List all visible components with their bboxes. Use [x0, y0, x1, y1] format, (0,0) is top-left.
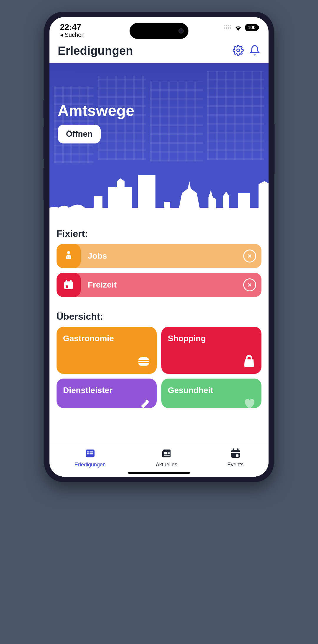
svg-rect-20: [231, 452, 240, 453]
home-indicator[interactable]: [128, 472, 190, 474]
burger-icon: [137, 354, 151, 369]
svg-rect-11: [87, 453, 89, 454]
gear-icon[interactable]: [233, 45, 244, 57]
svg-rect-17: [231, 450, 240, 458]
svg-rect-21: [236, 454, 238, 457]
pinned-label: Freizeit: [88, 280, 243, 290]
bag-icon: [243, 355, 256, 369]
svg-point-1: [67, 251, 70, 254]
robot-icon: [63, 250, 74, 262]
screen: 22:47 ◂ Suchen ⠿⠿ 100 Erledigungen: [49, 17, 269, 477]
overview-card-title: Gesundheit: [168, 386, 255, 395]
list-icon: [84, 448, 96, 460]
svg-rect-16: [164, 455, 169, 456]
back-to-search[interactable]: ◂ Suchen: [60, 31, 85, 38]
dynamic-island: [130, 23, 188, 39]
calendar-icon: [63, 279, 74, 291]
hero-title: Amtswege: [58, 102, 260, 119]
pinned-item-freizeit[interactable]: Freizeit: [57, 273, 261, 297]
svg-point-3: [69, 257, 70, 257]
svg-rect-18: [233, 448, 234, 451]
overview-section-title: Übersicht:: [57, 311, 261, 322]
open-button[interactable]: Öffnen: [58, 125, 101, 143]
overview-card-gastronomie[interactable]: Gastronomie: [57, 327, 157, 374]
pinned-section-title: Fixiert:: [57, 228, 261, 239]
tab-erledigungen[interactable]: Erledigungen: [74, 448, 106, 468]
svg-rect-15: [168, 453, 170, 454]
overview-card-title: Dienstleister: [63, 386, 150, 395]
svg-rect-13: [164, 452, 166, 454]
svg-rect-12: [90, 453, 93, 454]
calendar-icon: [230, 448, 241, 460]
svg-rect-5: [66, 280, 67, 282]
status-time: 22:47: [60, 22, 81, 32]
skyline-silhouette: [49, 158, 269, 217]
tab-events[interactable]: Events: [227, 448, 244, 468]
pinned-item-jobs[interactable]: Jobs: [57, 244, 261, 268]
tab-aktuelles[interactable]: Aktuelles: [156, 448, 177, 468]
svg-rect-4: [64, 281, 73, 289]
wifi-icon: [234, 24, 242, 31]
app-header: Erledigungen: [49, 39, 269, 63]
overview-card-title: Gastronomie: [63, 334, 150, 343]
news-icon: [161, 448, 173, 460]
wrench-icon: [138, 397, 151, 411]
svg-rect-6: [70, 280, 72, 282]
page-title: Erledigungen: [58, 44, 133, 57]
svg-rect-9: [87, 451, 89, 452]
hero-banner: Amtswege Öffnen: [49, 63, 269, 217]
overview-card-title: Shopping: [168, 334, 255, 343]
svg-rect-19: [237, 448, 238, 451]
battery-indicator: 100: [245, 24, 258, 31]
grid-indicator: ⠿⠿: [223, 24, 231, 31]
svg-point-2: [67, 257, 68, 257]
overview-card-gesundheit[interactable]: Gesundheit: [161, 379, 261, 408]
pinned-label: Jobs: [88, 251, 243, 261]
svg-rect-10: [90, 451, 93, 452]
tab-label: Aktuelles: [156, 462, 177, 468]
close-icon[interactable]: [243, 278, 256, 291]
overview-card-dienstleister[interactable]: Dienstleister: [57, 379, 157, 408]
overview-card-shopping[interactable]: Shopping: [161, 327, 261, 374]
tab-bar: Erledigungen Aktuelles Events: [49, 443, 269, 477]
tab-label: Events: [227, 462, 244, 468]
bell-icon[interactable]: [249, 45, 260, 57]
svg-rect-7: [66, 285, 68, 288]
phone-frame: 22:47 ◂ Suchen ⠿⠿ 100 Erledigungen: [44, 12, 274, 482]
svg-rect-14: [168, 452, 170, 453]
svg-point-0: [237, 49, 240, 52]
close-icon[interactable]: [243, 250, 256, 262]
heart-icon: [243, 397, 256, 411]
tab-label: Erledigungen: [74, 462, 106, 468]
